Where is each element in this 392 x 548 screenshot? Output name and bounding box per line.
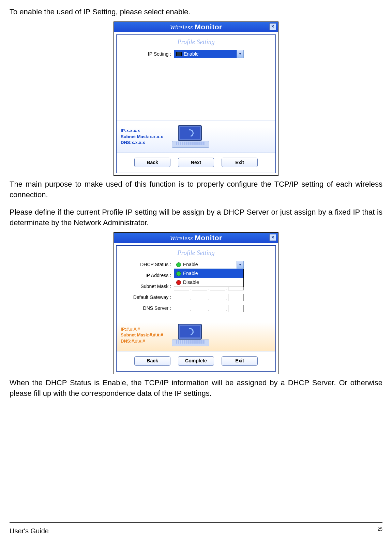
title-prefix: Wireless [170,24,193,31]
status-enable-icon [176,262,181,267]
banner-ip: IP:#.#.#.# [121,326,163,332]
option-label: Disable [183,279,199,286]
intro-text-3: Please define if the current Profile IP … [10,207,382,228]
dhcp-value: Enable [183,261,198,268]
intro-text-2: The main purpose to make used of this fu… [10,179,382,200]
intro-text-4: When the DHCP Status is Enable, the TCP/… [10,378,382,399]
dialog-subtitle: Profile Setting [117,246,275,260]
page-footer: User's Guide 25 [10,526,382,536]
back-button[interactable]: Back [134,356,170,366]
gateway-row: Default Gateway : ... [119,293,273,302]
laptop-icon [168,125,212,148]
title-prefix: Wireless [170,234,193,242]
complete-button[interactable]: Complete [178,356,214,366]
button-bar: Back Complete Exit [117,351,275,371]
dialog-body: Profile Setting IP Setting : Enable ▼ IP… [116,34,276,173]
info-banner: IP:#.#.#.# Subnet Mask:#.#.#.# DNS:#.#.#… [117,319,275,351]
status-enable-icon [176,271,181,276]
form-area: IP Setting : Enable ▼ [117,48,275,120]
banner-ip: IP:x.x.x.x [121,128,163,134]
gateway-input[interactable]: ... [174,293,244,302]
footer-title: User's Guide [10,526,49,536]
option-label: Enable [183,270,198,277]
titlebar-text: Wireless Monitor [170,22,222,32]
wireless-monitor-dialog-2: Wireless Monitor × Profile Setting DHCP … [114,232,278,375]
titlebar: Wireless Monitor × [114,233,278,243]
banner-mask: Subnet Mask:x.x.x.x [121,134,163,140]
ip-setting-row: IP Setting : Enable ▼ [119,49,273,59]
banner-dns: DNS:#.#.#.# [121,338,163,344]
subnet-mask-label: Subnet Mask : [119,283,174,290]
banner-text: IP:#.#.#.# Subnet Mask:#.#.#.# DNS:#.#.#… [121,326,163,344]
banner-mask: Subnet Mask:#.#.#.# [121,332,163,338]
title-suffix: Monitor [195,23,222,31]
ip-setting-label: IP Setting : [119,51,174,58]
form-area: DHCP Status : Enable ▼ Enable [117,259,275,319]
next-button[interactable]: Next [178,158,214,167]
dhcp-dropdown[interactable]: Enable ▼ Enable Disable [174,261,244,269]
wireless-monitor-dialog-1: Wireless Monitor × Profile Setting IP Se… [114,21,278,176]
ip-setting-dropdown[interactable]: Enable ▼ [174,50,244,58]
close-icon[interactable]: × [269,23,276,30]
footer-divider [10,522,382,523]
dhcp-label: DHCP Status : [119,261,174,268]
dns-row: DNS Server : ... [119,304,273,313]
exit-button[interactable]: Exit [222,158,258,167]
dhcp-option-disable[interactable]: Disable [174,278,243,287]
titlebar: Wireless Monitor × [114,22,278,32]
ip-setting-value: Enable [184,51,199,58]
ip-address-label: IP Address : [119,272,174,279]
banner-text: IP:x.x.x.x Subnet Mask:x.x.x.x DNS:x.x.x… [121,128,163,146]
dhcp-option-enable[interactable]: Enable [174,269,243,278]
close-icon[interactable]: × [269,234,276,241]
title-suffix: Monitor [195,234,222,242]
info-banner: IP:x.x.x.x Subnet Mask:x.x.x.x DNS:x.x.x… [117,120,275,153]
titlebar-text: Wireless Monitor [170,233,222,243]
dhcp-row: DHCP Status : Enable ▼ Enable [119,260,273,270]
dialog-body: Profile Setting DHCP Status : Enable ▼ E… [116,245,276,372]
banner-dns: DNS:x.x.x.x [121,140,163,146]
dialog-subtitle: Profile Setting [117,35,275,49]
laptop-icon [168,323,212,347]
gateway-label: Default Gateway : [119,294,174,301]
exit-button[interactable]: Exit [222,356,258,366]
status-disable-icon [176,280,181,285]
back-button[interactable]: Back [134,158,170,167]
dhcp-dropdown-list: Enable Disable [174,269,244,287]
chevron-down-icon[interactable]: ▼ [237,50,243,58]
page-number: 25 [378,526,382,536]
intro-text-1: To enable the used of IP Setting, please… [10,7,382,17]
dns-label: DNS Server : [119,305,174,312]
button-bar: Back Next Exit [117,153,275,173]
dns-input[interactable]: ... [174,304,244,313]
chevron-down-icon[interactable]: ▼ [237,261,243,269]
pc-icon [176,52,182,56]
